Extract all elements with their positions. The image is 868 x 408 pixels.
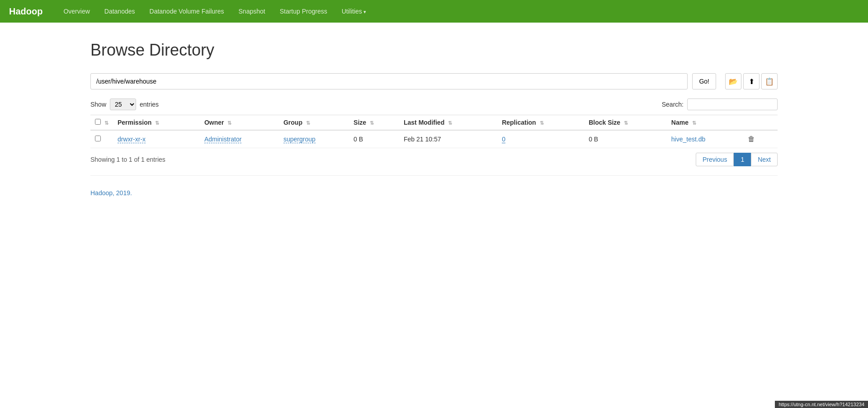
show-label: Show: [90, 101, 106, 108]
next-button[interactable]: Next: [751, 153, 778, 166]
nav-link-overview[interactable]: Overview: [56, 1, 97, 21]
header-block-size[interactable]: Block Size ⇅: [584, 115, 667, 131]
nav-link-datanodes[interactable]: Datanodes: [97, 1, 142, 21]
folder-open-icon: 📂: [729, 77, 738, 86]
table-footer: Showing 1 to 1 of 1 entries Previous 1 N…: [90, 153, 778, 176]
header-replication[interactable]: Replication ⇅: [497, 115, 584, 131]
path-input[interactable]: [90, 73, 688, 89]
row-delete-0: 🗑: [741, 130, 778, 148]
table-header-row: ⇅ Permission ⇅ Owner ⇅ Group ⇅ Size ⇅: [90, 115, 778, 131]
nav-link-startup-progress[interactable]: Startup Progress: [273, 1, 335, 21]
header-last-modified[interactable]: Last Modified ⇅: [399, 115, 497, 131]
open-folder-button[interactable]: 📂: [725, 73, 741, 89]
header-group[interactable]: Group ⇅: [279, 115, 349, 131]
header-actions: [741, 115, 778, 131]
header-checkbox-col: ⇅: [90, 115, 113, 131]
header-name[interactable]: Name ⇅: [667, 115, 741, 131]
table-row: drwxr-xr-x Administrator supergroup 0 B …: [90, 130, 778, 148]
showing-text: Showing 1 to 1 of 1 entries: [90, 156, 165, 163]
show-entries: Show 10 25 50 100 entries: [90, 98, 159, 110]
clipboard-button[interactable]: 📋: [761, 73, 778, 89]
name-link-0[interactable]: hive_test.db: [671, 136, 706, 143]
sort-icon-permission: ⇅: [155, 120, 159, 126]
upload-icon: ⬆: [749, 77, 755, 86]
main-content: Browse Directory Go! 📂 ⬆ 📋 Show 10 25 50…: [0, 23, 868, 219]
header-size[interactable]: Size ⇅: [349, 115, 399, 131]
icon-buttons: 📂 ⬆ 📋: [725, 73, 778, 89]
sort-icon-name: ⇅: [692, 120, 696, 126]
table-body: drwxr-xr-x Administrator supergroup 0 B …: [90, 130, 778, 148]
header-permission[interactable]: Permission ⇅: [113, 115, 200, 131]
page-title: Browse Directory: [90, 41, 778, 60]
replication-link-0[interactable]: 0: [502, 136, 505, 143]
go-button[interactable]: Go!: [692, 73, 716, 89]
clipboard-icon: 📋: [765, 77, 774, 86]
sort-icon-last-modified: ⇅: [448, 120, 452, 126]
footer: Hadoop, 2019.: [90, 185, 778, 201]
sort-icon-block-size: ⇅: [624, 120, 628, 126]
search-box: Search:: [662, 98, 778, 110]
nav-item-snapshot[interactable]: Snapshot: [231, 1, 273, 21]
upload-button[interactable]: ⬆: [743, 73, 760, 89]
row-group-0: supergroup: [279, 130, 349, 148]
row-size-0: 0 B: [349, 130, 399, 148]
sort-icon-size: ⇅: [370, 120, 374, 126]
nav-link-datanode-volume-failures[interactable]: Datanode Volume Failures: [142, 1, 231, 21]
sort-icon-checkbox: ⇅: [104, 120, 108, 126]
row-last-modified-0: Feb 21 10:57: [399, 130, 497, 148]
nav-item-utilities[interactable]: Utilities: [335, 1, 373, 21]
nav-link-utilities[interactable]: Utilities: [335, 1, 373, 21]
directory-table: ⇅ Permission ⇅ Owner ⇅ Group ⇅ Size ⇅: [90, 115, 778, 148]
path-bar: Go! 📂 ⬆ 📋: [90, 73, 778, 89]
permission-link-0[interactable]: drwxr-xr-x: [118, 136, 146, 143]
row-select-checkbox-0[interactable]: [95, 136, 101, 141]
table-controls: Show 10 25 50 100 entries Search:: [90, 98, 778, 110]
row-permission-0: drwxr-xr-x: [113, 130, 200, 148]
search-label: Search:: [662, 101, 684, 108]
navbar-nav: Overview Datanodes Datanode Volume Failu…: [56, 1, 373, 21]
row-checkbox-0: [90, 130, 113, 148]
sort-icon-group: ⇅: [306, 120, 310, 126]
previous-button[interactable]: Previous: [696, 153, 734, 166]
row-name-0: hive_test.db: [667, 130, 741, 148]
sort-icon-replication: ⇅: [540, 120, 544, 126]
search-input[interactable]: [687, 98, 778, 110]
header-owner[interactable]: Owner ⇅: [200, 115, 279, 131]
nav-item-startup-progress[interactable]: Startup Progress: [273, 1, 335, 21]
row-block-size-0: 0 B: [584, 130, 667, 148]
footer-link[interactable]: Hadoop, 2019.: [90, 189, 132, 197]
row-replication-0: 0: [497, 130, 584, 148]
nav-item-datanode-volume-failures[interactable]: Datanode Volume Failures: [142, 1, 231, 21]
navbar: Hadoop Overview Datanodes Datanode Volum…: [0, 0, 868, 23]
entries-label: entries: [140, 101, 159, 108]
page-1-button[interactable]: 1: [734, 153, 751, 166]
nav-item-overview[interactable]: Overview: [56, 1, 97, 21]
owner-link-0[interactable]: Administrator: [204, 136, 241, 143]
navbar-brand[interactable]: Hadoop: [9, 6, 42, 17]
entries-select[interactable]: 10 25 50 100: [110, 98, 136, 110]
nav-link-snapshot[interactable]: Snapshot: [231, 1, 273, 21]
nav-item-datanodes[interactable]: Datanodes: [97, 1, 142, 21]
group-link-0[interactable]: supergroup: [283, 136, 316, 143]
sort-icon-owner: ⇅: [227, 120, 231, 126]
pagination: Previous 1 Next: [696, 153, 778, 166]
delete-button-0[interactable]: 🗑: [745, 134, 758, 144]
row-owner-0: Administrator: [200, 130, 279, 148]
select-all-checkbox[interactable]: [95, 119, 101, 125]
